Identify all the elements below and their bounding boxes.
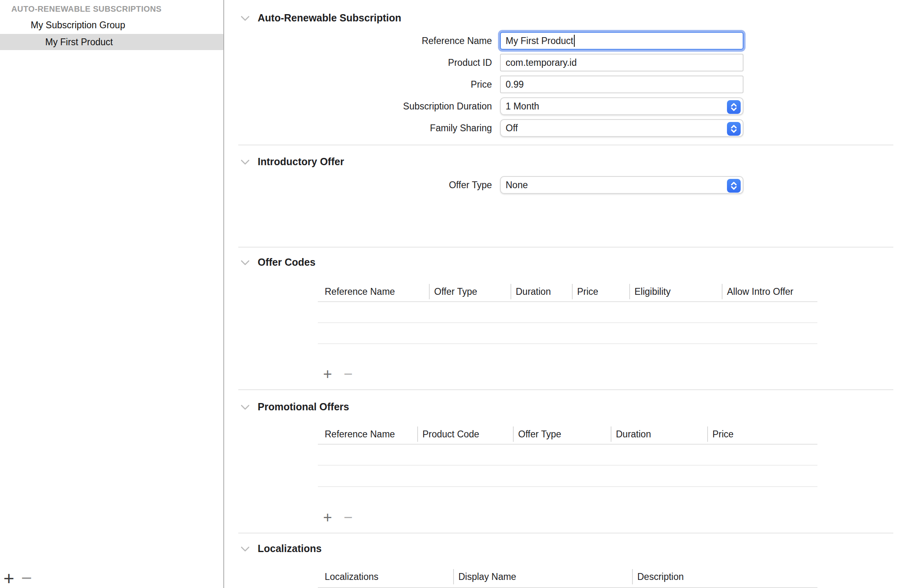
plus-icon: + bbox=[4, 568, 15, 588]
sidebar: AUTO-RENEWABLE SUBSCRIPTIONS My Subscrip… bbox=[0, 0, 224, 588]
offer-type-label: Offer Type bbox=[238, 176, 492, 194]
column-header: Allow Intro Offer bbox=[722, 284, 817, 299]
column-header: Reference Name bbox=[318, 284, 429, 299]
column-header: Duration bbox=[510, 284, 572, 299]
section-title-introductory-offer: Introductory Offer bbox=[258, 155, 344, 168]
promotional-offers-remove-button[interactable]: − bbox=[344, 510, 353, 525]
section-divider bbox=[238, 389, 893, 390]
promotional-offers-table-header: Reference Name Product Code Offer Type D… bbox=[318, 426, 817, 442]
localizations-table-header: Localizations Display Name Description bbox=[318, 569, 817, 584]
column-header: Offer Type bbox=[429, 284, 510, 299]
family-sharing-value: Off bbox=[506, 123, 518, 134]
subscription-duration-select[interactable]: 1 Month bbox=[500, 97, 744, 115]
section-divider bbox=[238, 533, 893, 533]
product-id-label: Product ID bbox=[238, 54, 492, 71]
family-sharing-label: Family Sharing bbox=[238, 119, 492, 137]
chevron-down-icon[interactable] bbox=[241, 546, 250, 551]
section-divider bbox=[238, 145, 893, 145]
reference-name-input[interactable]: My First Product bbox=[500, 32, 744, 50]
chevron-down-icon[interactable] bbox=[241, 404, 250, 410]
table-row bbox=[318, 302, 817, 322]
plus-icon: + bbox=[323, 509, 332, 526]
subscription-duration-value: 1 Month bbox=[506, 101, 539, 112]
minus-icon: − bbox=[344, 365, 353, 382]
section-title-offer-codes: Offer Codes bbox=[258, 256, 315, 268]
sidebar-section-header: AUTO-RENEWABLE SUBSCRIPTIONS bbox=[11, 4, 162, 14]
minus-icon: − bbox=[344, 509, 353, 526]
section-title-subscription: Auto-Renewable Subscription bbox=[258, 12, 401, 24]
table-row-separator bbox=[318, 343, 817, 344]
price-label: Price bbox=[238, 76, 492, 93]
sidebar-remove-button[interactable]: − bbox=[21, 569, 32, 587]
promotional-offers-add-button[interactable]: + bbox=[323, 510, 332, 525]
column-header: Description bbox=[632, 569, 817, 584]
product-id-value: com.temporary.id bbox=[506, 57, 577, 68]
column-header: Display Name bbox=[453, 569, 632, 584]
table-row-separator bbox=[318, 486, 817, 487]
localizations-table: Localizations Display Name Description bbox=[318, 569, 817, 584]
text-cursor bbox=[574, 35, 575, 47]
table-row bbox=[318, 445, 817, 465]
offer-codes-table-header: Reference Name Offer Type Duration Price… bbox=[318, 284, 817, 299]
section-title-promotional-offers: Promotional Offers bbox=[258, 401, 349, 413]
column-header: Reference Name bbox=[318, 426, 417, 442]
offer-type-value: None bbox=[506, 180, 528, 191]
subscription-duration-label: Subscription Duration bbox=[238, 97, 492, 115]
popup-stepper-icon bbox=[727, 100, 741, 114]
column-header: Product Code bbox=[417, 426, 513, 442]
section-title-localizations: Localizations bbox=[258, 542, 321, 554]
reference-name-value: My First Product bbox=[506, 36, 573, 46]
offer-codes-add-button[interactable]: + bbox=[323, 366, 332, 382]
column-header: Price bbox=[572, 284, 629, 299]
sidebar-item-subscription-group[interactable]: My Subscription Group bbox=[0, 17, 223, 33]
section-divider bbox=[238, 247, 893, 248]
chevron-down-icon[interactable] bbox=[241, 159, 250, 164]
column-header: Eligibility bbox=[629, 284, 722, 299]
reference-name-label: Reference Name bbox=[238, 32, 492, 50]
family-sharing-select[interactable]: Off bbox=[500, 119, 744, 137]
product-id-input[interactable]: com.temporary.id bbox=[500, 54, 744, 71]
plus-icon: + bbox=[323, 365, 332, 382]
sidebar-add-button[interactable]: + bbox=[4, 569, 15, 588]
popup-stepper-icon bbox=[727, 122, 741, 136]
offer-codes-remove-button[interactable]: − bbox=[344, 366, 353, 382]
table-row bbox=[318, 323, 817, 343]
promotional-offers-table: Reference Name Product Code Offer Type D… bbox=[318, 426, 817, 442]
offer-type-select[interactable]: None bbox=[500, 176, 744, 194]
sidebar-item-first-product[interactable]: My First Product bbox=[0, 34, 223, 50]
sidebar-item-label: My Subscription Group bbox=[31, 20, 125, 30]
table-row bbox=[318, 466, 817, 486]
popup-stepper-icon bbox=[727, 179, 741, 193]
price-value: 0.99 bbox=[506, 79, 524, 90]
chevron-down-icon[interactable] bbox=[241, 260, 250, 265]
minus-icon: − bbox=[21, 567, 32, 588]
price-input[interactable]: 0.99 bbox=[500, 76, 744, 93]
column-header: Duration bbox=[611, 426, 707, 442]
column-header: Localizations bbox=[318, 569, 453, 584]
chevron-down-icon[interactable] bbox=[241, 15, 250, 21]
column-header: Price bbox=[707, 426, 817, 442]
column-header: Offer Type bbox=[513, 426, 611, 442]
sidebar-item-label: My First Product bbox=[45, 37, 113, 47]
offer-codes-table: Reference Name Offer Type Duration Price… bbox=[318, 284, 817, 299]
